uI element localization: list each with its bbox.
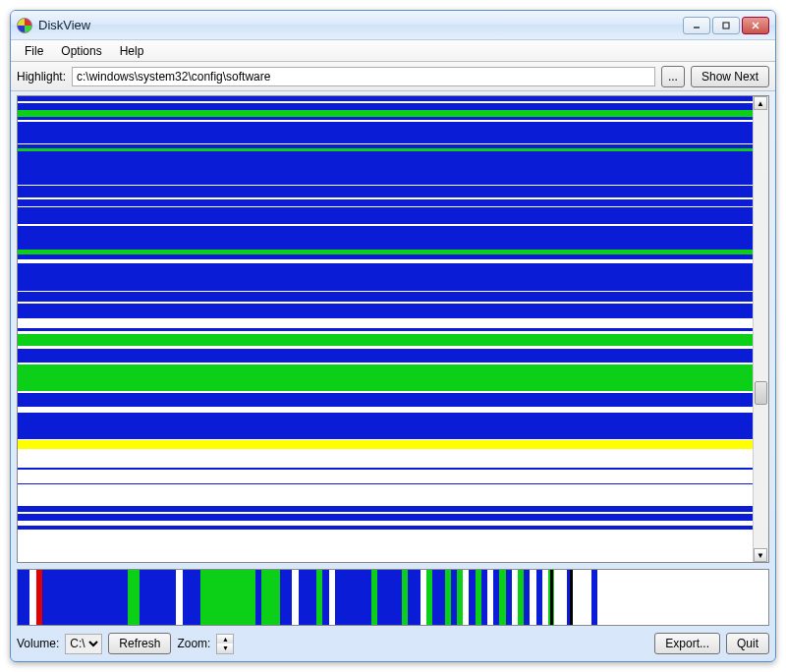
overview-segment <box>597 570 768 625</box>
disk-stripe <box>18 226 753 250</box>
overview-segment <box>128 570 140 625</box>
disk-stripe <box>18 393 753 407</box>
close-button[interactable] <box>742 17 769 34</box>
highlight-label: Highlight: <box>17 70 66 84</box>
volume-label: Volume: <box>17 637 59 650</box>
overview-range-indicator[interactable] <box>550 569 573 626</box>
show-next-button[interactable]: Show Next <box>691 66 769 87</box>
disk-stripe <box>18 334 753 346</box>
overview-segment <box>280 570 292 625</box>
toolbar: Highlight: ... Show Next <box>11 62 775 91</box>
disk-stripe <box>18 151 753 184</box>
disk-stripe <box>18 110 753 117</box>
overview-segment <box>261 570 280 625</box>
vertical-scrollbar[interactable]: ▲ ▼ <box>753 96 768 562</box>
disk-stripe <box>18 440 753 450</box>
window-title: DiskView <box>38 18 683 32</box>
bottombar: Volume: C:\ Refresh Zoom: ▲ ▼ Export... … <box>11 626 775 661</box>
disk-stripe <box>18 470 753 483</box>
zoom-label: Zoom: <box>177 637 210 650</box>
overview-segment <box>299 570 317 625</box>
disk-stripe <box>18 449 753 468</box>
maximize-button[interactable] <box>712 17 740 34</box>
overview-segment <box>408 570 420 625</box>
browse-button[interactable]: ... <box>661 66 685 87</box>
disk-stripe <box>18 186 753 197</box>
overview-segment <box>200 570 255 625</box>
disk-map-panel: ▲ ▼ <box>17 95 769 563</box>
volume-select[interactable]: C:\ <box>65 634 102 654</box>
disk-stripe <box>18 413 753 438</box>
disk-stripe <box>18 263 753 292</box>
scroll-down-button[interactable]: ▼ <box>754 548 767 562</box>
menu-options[interactable]: Options <box>53 42 109 60</box>
disk-stripe <box>18 514 753 521</box>
overview-segment <box>432 570 444 625</box>
minimize-button[interactable] <box>683 17 710 34</box>
menu-help[interactable]: Help <box>112 42 152 60</box>
disk-stripe <box>18 103 753 110</box>
disk-stripe <box>18 364 753 390</box>
menu-file[interactable]: File <box>17 42 51 60</box>
disk-stripe <box>18 484 753 505</box>
window-controls <box>683 17 769 34</box>
overview-segment <box>377 570 402 625</box>
app-window: DiskView File Options Help Highlight: ..… <box>10 10 776 662</box>
zoom-down-button[interactable]: ▼ <box>217 644 233 653</box>
export-button[interactable]: Export... <box>654 633 720 654</box>
disk-stripe <box>18 122 753 142</box>
disk-stripe <box>18 349 753 363</box>
disk-stripe <box>18 304 753 317</box>
disk-stripe <box>18 530 753 562</box>
refresh-button[interactable]: Refresh <box>108 633 171 654</box>
disk-stripe <box>18 292 753 302</box>
overview-segment <box>18 570 29 625</box>
scroll-up-button[interactable]: ▲ <box>754 96 767 110</box>
overview-segment <box>573 570 591 625</box>
disk-stripe <box>18 207 753 224</box>
app-icon <box>17 18 32 33</box>
disk-stripe <box>18 318 753 329</box>
quit-button[interactable]: Quit <box>726 633 769 654</box>
highlight-input[interactable] <box>72 67 655 86</box>
scroll-thumb[interactable] <box>755 381 767 405</box>
zoom-spinner[interactable]: ▲ ▼ <box>216 634 234 654</box>
menubar: File Options Help <box>11 40 775 62</box>
overview-panel[interactable] <box>17 569 769 626</box>
overview-segment <box>140 570 176 625</box>
overview-segment <box>42 570 128 625</box>
titlebar[interactable]: DiskView <box>11 11 775 40</box>
overview-segment <box>183 570 201 625</box>
svg-rect-1 <box>723 23 729 28</box>
disk-map[interactable] <box>18 96 753 562</box>
zoom-up-button[interactable]: ▲ <box>217 635 233 644</box>
overview-segment <box>335 570 371 625</box>
disk-stripe <box>18 199 753 206</box>
